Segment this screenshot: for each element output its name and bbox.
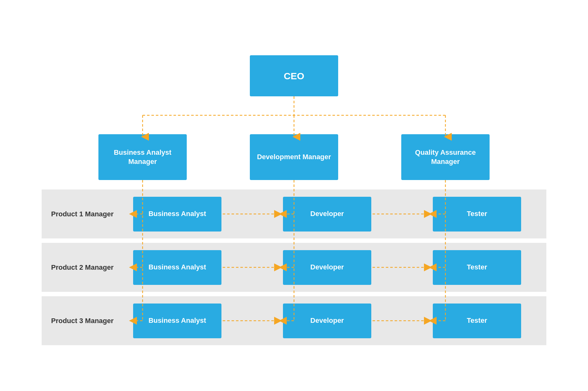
ba-manager-node: Business Analyst Manager bbox=[98, 134, 187, 180]
dev-2-node: Developer bbox=[283, 250, 371, 285]
product-3-row: Product 3 Manager Business Analyst Devel… bbox=[42, 296, 546, 345]
ceo-to-managers-gap bbox=[42, 96, 546, 134]
product-3-label: Product 3 Manager bbox=[42, 317, 133, 325]
dev-manager-node: Development Manager bbox=[250, 134, 338, 180]
qa-manager-node: Quality Assurance Manager bbox=[401, 134, 490, 180]
ba-2-node: Business Analyst bbox=[133, 250, 221, 285]
product-1-row: Product 1 Manager Business Analyst Devel… bbox=[42, 189, 546, 238]
ba-3-node: Business Analyst bbox=[133, 304, 221, 338]
dev-1-node: Developer bbox=[283, 197, 371, 232]
product-rows: Product 1 Manager Business Analyst Devel… bbox=[42, 189, 546, 345]
org-chart: CEO Business Analyst Manager Development… bbox=[42, 46, 546, 345]
ceo-row: CEO bbox=[42, 46, 546, 96]
tester-1-node: Tester bbox=[433, 197, 521, 232]
product-1-label: Product 1 Manager bbox=[42, 210, 133, 218]
dev-3-node: Developer bbox=[283, 304, 371, 338]
product-2-row: Product 2 Manager Business Analyst Devel… bbox=[42, 243, 546, 292]
managers-row: Business Analyst Manager Development Man… bbox=[42, 134, 546, 180]
ba-1-node: Business Analyst bbox=[133, 197, 221, 232]
ceo-node: CEO bbox=[250, 55, 338, 96]
tester-2-node: Tester bbox=[433, 250, 521, 285]
product-2-label: Product 2 Manager bbox=[42, 263, 133, 272]
tester-3-node: Tester bbox=[433, 304, 521, 338]
